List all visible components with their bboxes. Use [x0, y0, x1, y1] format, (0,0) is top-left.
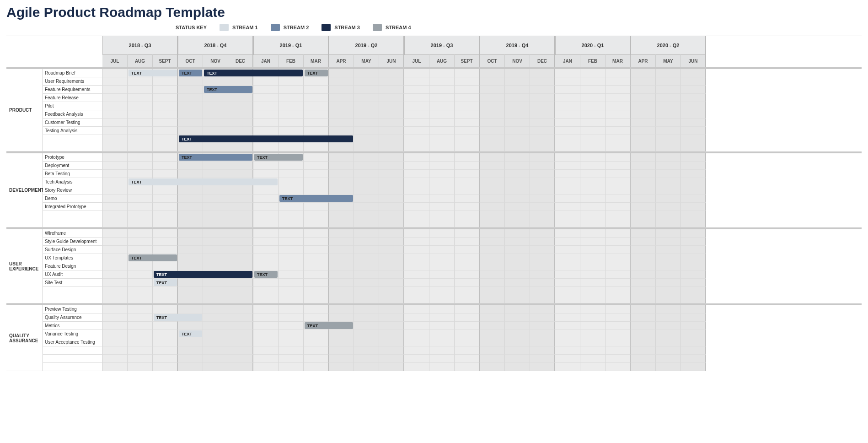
gantt-bar[interactable]: TEXT — [254, 271, 278, 278]
gantt-bar[interactable]: TEXT — [204, 86, 252, 93]
month-header: APR — [631, 54, 656, 67]
gantt-bar[interactable]: TEXT — [305, 322, 353, 329]
timeline-cell — [102, 313, 128, 322]
timeline-cell — [429, 119, 455, 127]
timeline-cell — [102, 110, 128, 119]
timeline-cell — [505, 178, 530, 186]
timeline-cell — [329, 77, 354, 86]
timeline-cell — [329, 246, 354, 254]
timeline-cell — [455, 313, 480, 322]
gantt-bar[interactable]: TEXT — [129, 70, 177, 76]
gantt-bar[interactable]: TEXT — [204, 70, 303, 76]
timeline-cell: TEXT — [128, 178, 153, 186]
timeline-cell — [480, 211, 505, 219]
timeline-cell — [631, 153, 656, 162]
timeline-cell — [228, 363, 253, 371]
timeline-cell — [656, 287, 681, 295]
timeline-cell — [580, 110, 605, 119]
timeline-cell — [253, 143, 279, 151]
timeline-cell — [178, 127, 203, 135]
timeline-cell — [404, 338, 429, 346]
timeline-cell — [203, 346, 228, 355]
quarter-header: 2019 - Q1 — [253, 36, 329, 54]
timeline-cell — [153, 203, 178, 211]
timeline-cell — [555, 295, 580, 303]
timeline-cell — [404, 279, 429, 287]
timeline-cell — [354, 170, 379, 178]
timeline-cell — [128, 143, 153, 151]
gantt-bar[interactable]: TEXT — [129, 178, 278, 185]
header-quarters: 2018 - Q32018 - Q42019 - Q12019 - Q22019… — [6, 36, 862, 54]
timeline-cell — [203, 279, 228, 287]
timeline-cell — [153, 127, 178, 135]
timeline-cell — [228, 313, 253, 322]
timeline-cell — [455, 229, 480, 238]
gantt-bar[interactable]: TEXT — [179, 135, 353, 142]
timeline-cell — [455, 102, 480, 110]
timeline-cell — [404, 178, 429, 186]
timeline-cell — [253, 262, 279, 270]
timeline-cell — [354, 279, 379, 287]
timeline-cell — [304, 346, 329, 355]
gantt-bar[interactable]: TEXT — [154, 314, 202, 321]
timeline-cell — [530, 143, 555, 151]
gantt-bar[interactable]: TEXT — [154, 271, 252, 278]
month-header: MAY — [354, 54, 379, 67]
timeline-cell — [480, 287, 505, 295]
timeline-cell — [178, 77, 203, 86]
task-label: Tech Analysis — [43, 178, 102, 186]
timeline-cell — [681, 186, 706, 194]
month-header: MAR — [304, 54, 329, 67]
gantt-bar[interactable]: TEXT — [154, 279, 177, 286]
timeline-cell — [631, 119, 656, 127]
gantt-bar[interactable]: TEXT — [305, 70, 328, 76]
gantt-bar[interactable]: TEXT — [179, 154, 252, 161]
task-row — [43, 346, 862, 355]
timeline-cell: TEXT — [203, 69, 228, 77]
timeline-cell — [631, 102, 656, 110]
timeline-cell — [329, 229, 354, 238]
timeline-cell — [203, 246, 228, 254]
timeline-cell — [631, 178, 656, 186]
gantt-bar[interactable]: TEXT — [129, 254, 177, 261]
timeline-cell — [203, 162, 228, 170]
gantt-bar[interactable]: TEXT — [279, 195, 353, 202]
timeline-cell — [404, 322, 429, 330]
timeline-cell — [580, 186, 605, 194]
timeline-cell — [404, 313, 429, 322]
timeline-cell — [379, 262, 404, 270]
task-row: User Requirements — [43, 77, 862, 86]
timeline-cell — [279, 346, 304, 355]
timeline-cell — [505, 162, 530, 170]
timeline-cell — [429, 262, 455, 270]
timeline-cell — [153, 238, 178, 246]
task-label — [43, 143, 102, 151]
timeline-cell — [178, 279, 203, 287]
timeline-cell — [681, 270, 706, 279]
timeline-cell — [102, 178, 128, 186]
timeline-cell — [631, 270, 656, 279]
timeline-cell — [480, 279, 505, 287]
timeline-cell — [128, 162, 153, 170]
timeline-cell — [656, 135, 681, 143]
timeline-cell — [631, 203, 656, 211]
task-label: UX Audit — [43, 270, 102, 279]
timeline-cell — [480, 110, 505, 119]
gantt-bar[interactable]: TEXT — [254, 154, 303, 161]
timeline-cell — [253, 338, 279, 346]
gantt-bar[interactable]: TEXT — [179, 330, 202, 337]
timeline-cell — [580, 94, 605, 102]
gantt-bar[interactable]: TEXT — [179, 70, 202, 76]
timeline-cell — [203, 363, 228, 371]
timeline-cell — [605, 86, 631, 94]
timeline-cell — [128, 287, 153, 295]
timeline-cell — [354, 153, 379, 162]
timeline-cell — [304, 238, 329, 246]
timeline-cell — [153, 135, 178, 143]
timeline-cell — [455, 238, 480, 246]
timeline-cell — [631, 246, 656, 254]
timeline-cell — [505, 186, 530, 194]
timeline-cell — [253, 203, 279, 211]
timeline-cell — [102, 262, 128, 270]
timeline-cell — [102, 162, 128, 170]
